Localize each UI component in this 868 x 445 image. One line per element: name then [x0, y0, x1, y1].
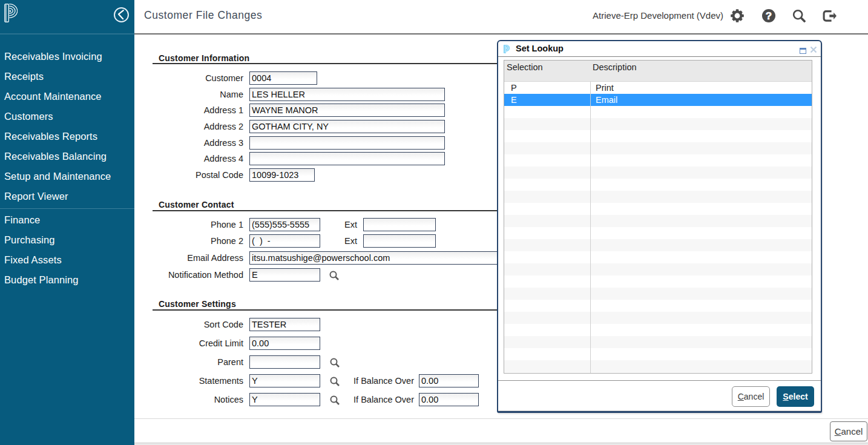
svg-text:?: ? — [766, 10, 772, 22]
